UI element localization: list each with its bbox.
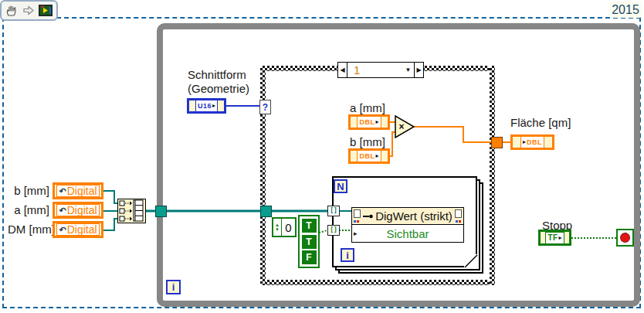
dbl-b-control[interactable]: DBL▸	[348, 148, 390, 164]
case-dropdown-button[interactable]: ▼	[402, 63, 414, 77]
digital-b-label: b [mm]	[8, 184, 49, 198]
daqmx-arrow-icon: ↶	[59, 206, 66, 216]
error-marks-icon	[354, 220, 360, 223]
tf-type-text: TF	[547, 234, 558, 242]
for-loop-iteration-terminal: i	[341, 248, 354, 262]
dbl-a-control[interactable]: DBL▸	[348, 114, 390, 130]
bool-element[interactable]: F	[302, 250, 317, 264]
build-array-icon	[118, 199, 144, 222]
input-arrow-icon: ▸	[523, 139, 526, 145]
loop-condition-terminal[interactable]	[616, 229, 634, 247]
digital-a-label: a [mm]	[8, 203, 49, 217]
output-arrow-icon: ▸	[212, 103, 215, 109]
property-node-header[interactable]: DigWert (strikt)	[351, 207, 464, 225]
strict-ref-icon	[363, 213, 373, 219]
buffer-tool-icon[interactable]	[39, 5, 53, 16]
while-tunnel-daqmx	[155, 206, 167, 217]
schnittform-label: Schnittform (Geometrie)	[188, 68, 249, 96]
schnittform-label-line2: (Geometrie)	[188, 82, 249, 96]
while-iteration-terminal: i	[166, 280, 181, 294]
digital-a-text: Digital	[67, 204, 97, 216]
index-down-icon[interactable]: ▼	[275, 227, 280, 232]
stop-sign-icon	[620, 233, 630, 243]
case-tunnel-daqmx	[260, 206, 272, 217]
flaeche-label: Fläche [qm]	[510, 116, 571, 130]
digital-dm-control[interactable]: ↶Digital	[53, 221, 103, 238]
daqmx-arrow-icon: ↶	[59, 186, 66, 196]
bool-array-constant: T T F	[298, 215, 320, 268]
index-stepper[interactable]: ▲ ▼	[273, 219, 282, 236]
digital-dm-label: DM [mm]	[8, 223, 49, 236]
digital-dm-text: Digital	[67, 223, 97, 236]
case-selector: ◀ 1 ▼ ▶	[337, 62, 424, 78]
case-border-right	[490, 66, 495, 285]
property-node[interactable]: DigWert (strikt) ▸ Sichtbar	[351, 207, 464, 243]
hand-tool-icon[interactable]	[5, 4, 19, 17]
flaeche-type-text: DBL	[527, 139, 542, 146]
flaeche-indicator[interactable]: ▸DBL	[510, 134, 554, 150]
output-arrow-icon: ▸	[559, 235, 562, 241]
bool-element[interactable]: T	[302, 235, 317, 249]
output-arrow-icon: ▸	[375, 153, 378, 159]
bool-array-index[interactable]: ▲ ▼ 0	[272, 217, 297, 237]
dbl-b-label: b [mm]	[350, 135, 385, 149]
schnittform-u16-control[interactable]: U16▸	[187, 98, 226, 114]
multiply-glyph: ×	[396, 121, 407, 132]
case-prev-button[interactable]: ◀	[338, 63, 347, 77]
for-loop-count-terminal: N	[334, 179, 347, 193]
stopp-control[interactable]: TF▸	[538, 230, 571, 246]
page-icon	[455, 209, 462, 218]
digital-b-control[interactable]: ↶Digital	[53, 182, 103, 199]
case-border-left	[260, 66, 266, 285]
digital-a-control[interactable]: ↶Digital	[53, 202, 103, 219]
tools-palette	[0, 0, 58, 21]
block-diagram: × 2015 b [mm] ↶Digital a [mm] ↶Digital D…	[0, 0, 644, 313]
page-icon	[354, 209, 361, 218]
for-tunnel-bool: []	[327, 225, 340, 236]
case-border-bottom	[260, 280, 495, 285]
property-name-text: Sichtbar	[386, 227, 429, 240]
output-arrow-icon: ▸	[375, 119, 378, 125]
case-selector-value[interactable]: 1	[347, 63, 402, 77]
year-label: 2015	[609, 2, 642, 18]
bool-element[interactable]: T	[302, 219, 317, 233]
for-tunnel-daqmx: []	[327, 206, 340, 216]
daqmx-arrow-icon: ↶	[59, 225, 66, 235]
property-node-title: DigWert (strikt)	[375, 209, 452, 223]
dbl-a-type-text: DBL	[359, 119, 375, 126]
digital-b-text: Digital	[67, 185, 97, 197]
build-array-node[interactable]	[117, 199, 146, 223]
dbl-b-type-text: DBL	[359, 153, 375, 160]
index-value[interactable]: 0	[282, 219, 295, 236]
input-arrow-icon: ▸	[354, 230, 358, 237]
property-node-property[interactable]: ▸ Sichtbar	[351, 225, 464, 243]
schnittform-label-line1: Schnittform	[188, 68, 249, 82]
case-next-button[interactable]: ▶	[414, 63, 423, 77]
case-selector-terminal: ?	[259, 100, 271, 114]
case-tunnel-product	[491, 137, 503, 148]
arrow-tool-icon[interactable]	[22, 5, 36, 16]
dbl-a-label: a [mm]	[350, 101, 385, 115]
error-marks-icon	[456, 220, 462, 223]
u16-type-text: U16	[198, 103, 212, 110]
